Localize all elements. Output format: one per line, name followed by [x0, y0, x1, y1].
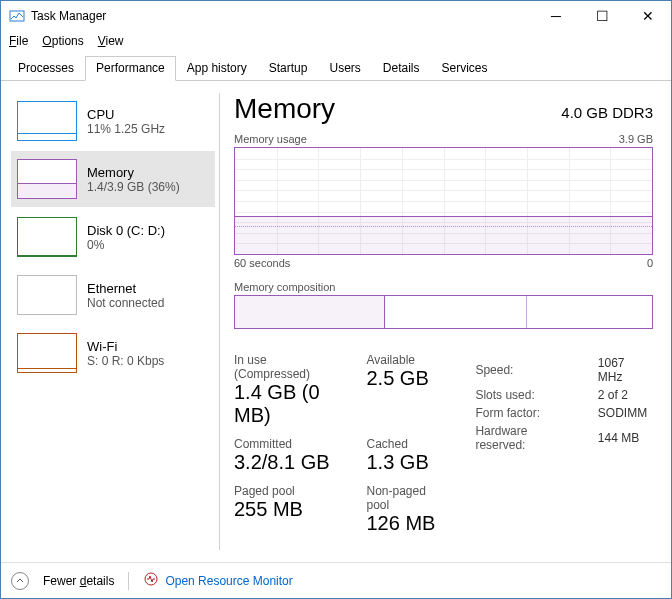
titlebar[interactable]: Task Manager ─ ☐ ✕ — [1, 1, 671, 31]
sidebar-item-cpu[interactable]: CPU 11% 1.25 GHz — [11, 93, 215, 149]
resource-monitor-icon — [143, 571, 159, 590]
resource-monitor-label: Open Resource Monitor — [165, 574, 292, 588]
tab-startup[interactable]: Startup — [258, 56, 319, 81]
tab-details[interactable]: Details — [372, 56, 431, 81]
spec-label: Slots used: — [475, 387, 595, 403]
composition-label: Memory composition — [234, 281, 653, 293]
sidebar-item-label: CPU — [87, 107, 165, 122]
sidebar-item-memory[interactable]: Memory 1.4/3.9 GB (36%) — [11, 151, 215, 207]
footer-divider — [128, 572, 129, 590]
menu-options[interactable]: Options — [42, 34, 83, 48]
sidebar-item-sub: 0% — [87, 238, 165, 252]
stats: In use (Compressed)1.4 GB (0 MB) Availab… — [234, 353, 653, 535]
stat-value: 255 MB — [234, 498, 344, 521]
stat-label: Available — [366, 353, 449, 367]
spec-label: Speed: — [475, 355, 595, 385]
sidebar-item-label: Disk 0 (C: D:) — [87, 223, 165, 238]
memory-spec: 4.0 GB DDR3 — [561, 104, 653, 121]
spec-label: Form factor: — [475, 405, 595, 421]
tab-performance[interactable]: Performance — [85, 56, 176, 81]
tab-services[interactable]: Services — [431, 56, 499, 81]
menu-view[interactable]: View — [98, 34, 124, 48]
sidebar: CPU 11% 1.25 GHz Memory 1.4/3.9 GB (36%)… — [5, 93, 215, 562]
stat-label: In use (Compressed) — [234, 353, 344, 381]
sidebar-item-label: Wi-Fi — [87, 339, 164, 354]
sidebar-item-sub: Not connected — [87, 296, 164, 310]
cpu-spark-icon — [17, 101, 77, 141]
stat-value: 126 MB — [366, 512, 449, 535]
page-title: Memory — [234, 93, 335, 125]
sidebar-item-sub: 1.4/3.9 GB (36%) — [87, 180, 180, 194]
memory-composition-chart[interactable] — [234, 295, 653, 329]
open-resource-monitor-link[interactable]: Open Resource Monitor — [143, 571, 292, 590]
memory-usage-chart[interactable] — [234, 147, 653, 255]
spec-value: SODIMM — [598, 405, 651, 421]
minimize-button[interactable]: ─ — [533, 1, 579, 31]
stat-value: 1.3 GB — [366, 451, 449, 474]
spec-label: Hardware reserved: — [475, 423, 595, 453]
stat-value: 1.4 GB (0 MB) — [234, 381, 344, 427]
vertical-divider — [219, 93, 220, 550]
task-manager-window: Task Manager ─ ☐ ✕ File Options View Pro… — [0, 0, 672, 599]
chevron-up-icon[interactable] — [11, 572, 29, 590]
close-button[interactable]: ✕ — [625, 1, 671, 31]
memory-spark-icon — [17, 159, 77, 199]
maximize-button[interactable]: ☐ — [579, 1, 625, 31]
stat-label: Non-paged pool — [366, 484, 449, 512]
spec-value: 144 MB — [598, 423, 651, 453]
spec-value: 1067 MHz — [598, 355, 651, 385]
sidebar-item-label: Memory — [87, 165, 180, 180]
stat-value: 3.2/8.1 GB — [234, 451, 344, 474]
wifi-spark-icon — [17, 333, 77, 373]
sidebar-item-label: Ethernet — [87, 281, 164, 296]
main-panel: Memory 4.0 GB DDR3 Memory usage 3.9 GB 6… — [234, 93, 659, 562]
tab-processes[interactable]: Processes — [7, 56, 85, 81]
graph-label-left: Memory usage — [234, 133, 307, 145]
sidebar-item-ethernet[interactable]: Ethernet Not connected — [11, 267, 215, 323]
stat-label: Cached — [366, 437, 449, 451]
sidebar-item-disk[interactable]: Disk 0 (C: D:) 0% — [11, 209, 215, 265]
tab-users[interactable]: Users — [318, 56, 371, 81]
menubar: File Options View — [1, 31, 671, 51]
ethernet-spark-icon — [17, 275, 77, 315]
sidebar-item-sub: S: 0 R: 0 Kbps — [87, 354, 164, 368]
stat-value: 2.5 GB — [366, 367, 449, 390]
spec-value: 2 of 2 — [598, 387, 651, 403]
fewer-details-button[interactable]: Fewer details — [43, 574, 114, 588]
menu-file[interactable]: File — [9, 34, 28, 48]
sidebar-item-wifi[interactable]: Wi-Fi S: 0 R: 0 Kbps — [11, 325, 215, 381]
tab-bar: Processes Performance App history Startu… — [1, 51, 671, 81]
window-title: Task Manager — [31, 9, 533, 23]
content: CPU 11% 1.25 GHz Memory 1.4/3.9 GB (36%)… — [1, 81, 671, 562]
stat-label: Paged pool — [234, 484, 344, 498]
graph-label-right: 3.9 GB — [619, 133, 653, 145]
xaxis-right: 0 — [647, 257, 653, 269]
footer: Fewer details Open Resource Monitor — [1, 562, 671, 598]
xaxis-left: 60 seconds — [234, 257, 290, 269]
sidebar-item-sub: 11% 1.25 GHz — [87, 122, 165, 136]
stat-label: Committed — [234, 437, 344, 451]
app-icon — [9, 8, 25, 24]
disk-spark-icon — [17, 217, 77, 257]
tab-app-history[interactable]: App history — [176, 56, 258, 81]
